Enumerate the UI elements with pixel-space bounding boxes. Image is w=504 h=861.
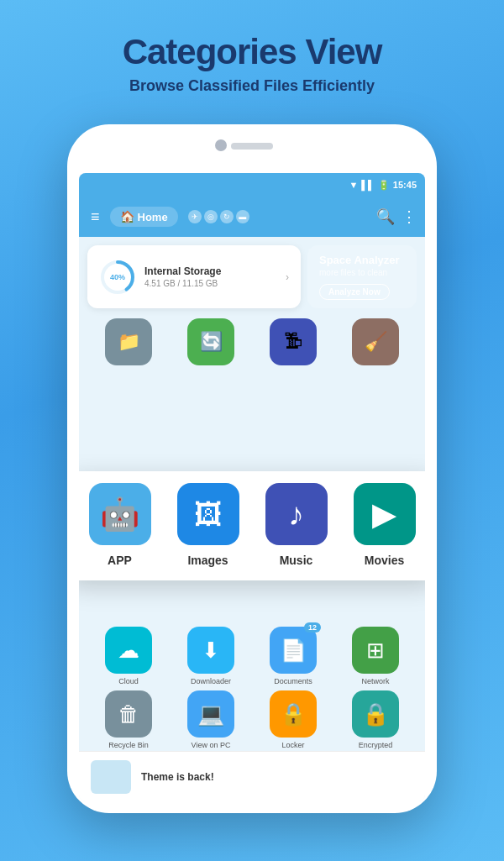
encrypted-icon: 🔒 [362, 701, 389, 727]
encrypted-icon-box: 🔒 [352, 690, 399, 738]
encrypted-item[interactable]: 🔒 Encrypted [352, 690, 399, 749]
home-icon: 🏠 [120, 210, 134, 223]
analyzer-title: Space Analyzer [319, 254, 400, 266]
app-icon: 🤖 [100, 496, 139, 533]
storage-card[interactable]: 40% Internal Storage 4.51 GB / 11.15 GB … [87, 245, 301, 308]
view-on-pc-item[interactable]: 💻 View on PC [187, 690, 234, 749]
recycle-bin-icon: 🗑 [118, 701, 139, 727]
small-icons-row1: ☁ Cloud ⬇ Downloader 📄 12 Documents [87, 627, 417, 685]
cloud-icon: ☁ [118, 638, 139, 664]
storage-percent: 40% [110, 273, 125, 281]
documents-icon: 📄 [280, 638, 307, 664]
network-icon-box: ⊞ [352, 627, 399, 674]
storage-ring: 40% [99, 259, 136, 296]
downloader-label: Downloader [191, 677, 231, 685]
popup-icon-music[interactable]: ♪ Music [265, 483, 328, 567]
storage-info: Internal Storage 4.51 GB / 11.15 GB [144, 265, 277, 288]
path-icon-2: ◎ [204, 210, 218, 223]
cloud-item[interactable]: ☁ Cloud [105, 627, 152, 685]
popup-icons-row: 🤖 APP 🖼 Images ♪ Music [79, 483, 425, 567]
movies-label: Movies [365, 554, 404, 567]
locker-icon: 🔒 [280, 701, 307, 727]
locker-label: Locker [281, 741, 304, 749]
top-icons-row: 📁 🔄 🗜 🧹 [79, 313, 425, 370]
icon-item-clean[interactable]: 🧹 [352, 318, 399, 365]
popup-icon-images[interactable]: 🖼 Images [177, 483, 239, 567]
status-icons: ▼ ▌▌ 🔋 15:45 [349, 180, 417, 191]
nav-right-icons: 🔍 ⋮ [376, 207, 417, 226]
bottom-card-text: Theme is back! [141, 771, 214, 783]
path-icon-4: ▬ [236, 210, 249, 223]
view-on-pc-label: View on PC [192, 741, 231, 749]
path-icon-3: ↻ [220, 210, 234, 223]
view-on-pc-icon-box: 💻 [187, 690, 234, 738]
hamburger-icon[interactable]: ≡ [87, 205, 103, 229]
time-display: 15:45 [393, 180, 417, 190]
network-icon: ⊞ [366, 638, 385, 664]
wifi-icon: ▼ [349, 180, 358, 190]
analyzer-card: Space Analyzer more files to clean Analy… [307, 245, 417, 308]
path-icon-1: ✈ [188, 210, 202, 223]
zip-icon-box: 🗜 [270, 318, 317, 365]
music-icon: ♪ [288, 496, 304, 533]
app-icon-box: 🤖 [89, 483, 151, 545]
encrypted-label: Encrypted [359, 741, 393, 749]
page-title: Categories View [17, 32, 487, 72]
search-icon[interactable]: 🔍 [376, 207, 395, 226]
phone-screen: ▼ ▌▌ 🔋 15:45 ≡ 🏠 Home ✈ ◎ ↻ ▬ 🔍 ⋮ [79, 173, 425, 801]
cloud-label: Cloud [118, 677, 139, 685]
documents-label: Documents [274, 677, 312, 685]
icon-item-sync[interactable]: 🔄 [187, 318, 234, 365]
popup-card: 🤖 APP 🖼 Images ♪ Music [79, 471, 425, 580]
downloader-icon-box: ⬇ [187, 627, 234, 674]
documents-icon-box: 📄 12 [270, 627, 317, 674]
recycle-bin-item[interactable]: 🗑 Recycle Bin [105, 690, 152, 749]
breadcrumb[interactable]: 🏠 Home [110, 207, 178, 227]
recycle-bin-icon-box: 🗑 [105, 690, 152, 738]
more-options-icon[interactable]: ⋮ [402, 207, 417, 226]
icon-item-zip[interactable]: 🗜 [270, 318, 317, 365]
status-bar: ▼ ▌▌ 🔋 15:45 [79, 173, 425, 197]
storage-title: Internal Storage [144, 265, 277, 277]
documents-item[interactable]: 📄 12 Documents [270, 627, 317, 685]
app-label: APP [108, 554, 132, 567]
header-section: Categories View Browse Classified Files … [0, 0, 504, 112]
storage-section: 40% Internal Storage 4.51 GB / 11.15 GB … [79, 237, 425, 313]
documents-small-icon-box: 📁 [105, 318, 152, 365]
popup-icon-movies[interactable]: ▶ Movies [354, 483, 416, 567]
recycle-bin-label: Recycle Bin [108, 741, 149, 749]
sync-icon-box: 🔄 [187, 318, 234, 365]
locker-item[interactable]: 🔒 Locker [270, 690, 317, 749]
downloader-icon: ⬇ [202, 638, 220, 664]
documents-badge: 12 [304, 622, 321, 633]
page-subtitle: Browse Classified Files Efficiently [17, 77, 487, 95]
path-icons: ✈ ◎ ↻ ▬ [188, 210, 249, 223]
images-label: Images [187, 554, 228, 567]
images-icon-box: 🖼 [177, 483, 239, 545]
icon-item-documents-small[interactable]: 📁 [105, 318, 152, 365]
clean-icon-box: 🧹 [352, 318, 399, 365]
images-icon: 🖼 [194, 498, 223, 531]
phone-speaker [231, 143, 273, 150]
music-label: Music [280, 554, 313, 567]
downloader-item[interactable]: ⬇ Downloader [187, 627, 234, 685]
storage-arrow-icon: › [286, 271, 289, 283]
bottom-card: Theme is back! [79, 751, 425, 801]
network-item[interactable]: ⊞ Network [352, 627, 399, 685]
cloud-icon-box: ☁ [105, 627, 152, 674]
phone-camera [215, 139, 227, 151]
storage-used: 4.51 GB / 11.15 GB [144, 279, 277, 288]
analyzer-subtitle: more files to clean [319, 268, 387, 277]
popup-icon-app[interactable]: 🤖 APP [89, 483, 151, 567]
bottom-card-thumbnail [91, 760, 131, 794]
analyze-now-button[interactable]: Analyze Now [319, 284, 390, 300]
music-icon-box: ♪ [265, 483, 328, 545]
network-label: Network [361, 677, 389, 685]
small-icons-row2: 🗑 Recycle Bin 💻 View on PC 🔒 Locker [87, 690, 417, 749]
nav-bar: ≡ 🏠 Home ✈ ◎ ↻ ▬ 🔍 ⋮ [79, 197, 425, 237]
signal-icon: ▌▌ [361, 180, 375, 190]
movies-icon: ▶ [372, 496, 396, 533]
movies-icon-box: ▶ [354, 483, 416, 545]
battery-icon: 🔋 [378, 180, 390, 191]
breadcrumb-home-label: Home [138, 211, 168, 223]
